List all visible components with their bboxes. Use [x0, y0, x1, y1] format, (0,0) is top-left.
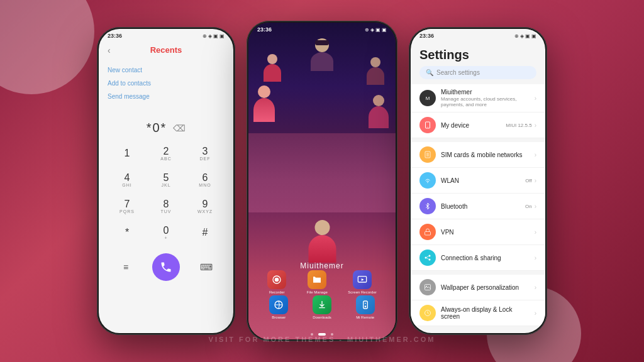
display-arrow: ›	[535, 310, 536, 317]
settings-item-mydevice[interactable]: My device MIUI 12.5.5 ›	[411, 112, 545, 138]
time-3: 23:36	[419, 33, 434, 39]
svg-point-6	[364, 305, 366, 307]
wlan-icon	[419, 172, 436, 189]
profile-arrow: ›	[535, 95, 536, 102]
dialer-keypad: 1 2ABC 3DEF 4GHI 5JKL 6MNO 7PQRS 8TUV 9W…	[99, 141, 233, 244]
bluetooth-icon	[419, 198, 436, 214]
status-bar-2: 23:36 ⊕◈▣▣	[248, 23, 396, 35]
bluetooth-label: Bluetooth	[441, 203, 520, 210]
status-icons-2: ⊕◈▣▣	[365, 27, 387, 33]
bluetooth-arrow: ›	[535, 203, 536, 210]
home-title: Miuithemer	[248, 261, 396, 270]
wallpaper-label: Wallpaper & personalization	[441, 284, 530, 291]
settings-item-sim[interactable]: SIM cards & mobile networks ›	[411, 142, 545, 168]
status-icons-3: ⊕◈▣▣	[514, 33, 536, 39]
phone-home: 23:36 ⊕◈▣▣ Miuithemer Recorder File Mana…	[247, 21, 397, 341]
avatar-icon: M	[419, 90, 436, 106]
keypad-row-1: 1 2ABC 3DEF	[108, 141, 225, 165]
menu-new-contact[interactable]: New contact	[108, 63, 225, 77]
connection-icon	[419, 250, 436, 266]
wlan-arrow: ›	[535, 177, 536, 184]
key-hash[interactable]: #	[190, 221, 220, 244]
call-button[interactable]	[152, 253, 180, 281]
backspace-button[interactable]: ⌫	[173, 123, 186, 133]
key-6[interactable]: 6MNO	[190, 168, 220, 192]
sim-label: SIM cards & mobile networks	[441, 151, 530, 158]
phone-settings: 23:36 ⊕◈▣▣ Settings 🔍 Search settings M …	[409, 27, 547, 335]
status-bar-1: 23:36 ⊕◈▣▣	[99, 29, 233, 41]
search-icon: 🔍	[426, 69, 433, 76]
apps-row-1: Recorder File Manage Screen Recorder	[257, 270, 387, 294]
device-icon	[419, 117, 436, 133]
wallpaper-arrow: ›	[535, 284, 536, 291]
display-label: Always-on display & Lock screen	[441, 306, 530, 320]
dialer-menu: New contact Add to contacts Send message	[99, 58, 233, 108]
settings-item-vpn[interactable]: VPN ›	[411, 219, 545, 245]
svg-point-9	[428, 127, 428, 128]
key-7[interactable]: 7PQRS	[112, 194, 142, 218]
settings-item-wallpaper[interactable]: Wallpaper & personalization ›	[411, 275, 545, 300]
svg-rect-5	[363, 301, 367, 309]
keyboard-action-button[interactable]: ⌨	[196, 257, 216, 277]
time-1: 23:36	[108, 33, 122, 39]
settings-item-connection-sharing[interactable]: Connection & sharing ›	[411, 245, 545, 271]
vpn-arrow: ›	[535, 229, 536, 236]
key-5[interactable]: 5JKL	[151, 168, 181, 192]
menu-add-contact[interactable]: Add to contacts	[108, 77, 225, 90]
settings-title: Settings	[411, 41, 545, 66]
profile-name: Miuithemer	[441, 89, 530, 96]
search-placeholder: Search settings	[436, 69, 480, 76]
app-screenrecorder[interactable]: Screen Recorder	[348, 270, 376, 294]
key-star[interactable]: *	[112, 221, 142, 244]
status-bar-3: 23:36 ⊕◈▣▣	[411, 29, 545, 41]
mydevice-arrow: ›	[535, 122, 536, 129]
vpn-label: VPN	[441, 229, 530, 236]
settings-list: M Miuithemer Manage accounts, cloud serv…	[411, 84, 545, 326]
key-0[interactable]: 0+	[151, 221, 181, 244]
apps-row-2: Browser Downloads Mi Remote	[257, 295, 387, 319]
settings-item-profile[interactable]: M Miuithemer Manage accounts, cloud serv…	[411, 84, 545, 112]
back-button[interactable]: ‹	[108, 45, 111, 55]
svg-rect-12	[425, 232, 431, 236]
dialer-actions: ≡ ⌨	[99, 247, 233, 281]
svg-point-15	[429, 259, 431, 261]
bluetooth-value: On	[525, 204, 532, 209]
app-miremote[interactable]: Mi Remote	[356, 295, 375, 319]
app-browser[interactable]: Browser	[269, 295, 288, 319]
app-recorder[interactable]: Recorder	[267, 270, 286, 294]
key-9[interactable]: 9WXYZ	[190, 194, 220, 218]
display-icon	[419, 305, 436, 321]
dialer-header: ‹ Recents	[99, 41, 233, 58]
settings-item-always-on[interactable]: Always-on display & Lock screen ›	[411, 300, 545, 326]
vpn-icon	[419, 224, 436, 240]
connection-label: Connection & sharing	[441, 255, 530, 261]
dialer-display: *0* ⌫	[99, 108, 233, 141]
svg-marker-3	[362, 278, 364, 281]
time-2: 23:36	[257, 26, 272, 33]
menu-action-button[interactable]: ≡	[116, 257, 136, 277]
svg-point-11	[427, 182, 428, 184]
key-4[interactable]: 4GHI	[112, 168, 142, 192]
menu-send-message[interactable]: Send message	[108, 90, 225, 103]
svg-point-13	[429, 255, 431, 257]
key-2[interactable]: 2ABC	[151, 141, 181, 165]
settings-search-bar[interactable]: 🔍 Search settings	[419, 66, 536, 79]
key-8[interactable]: 8TUV	[151, 194, 181, 218]
sim-arrow: ›	[535, 151, 536, 158]
settings-item-bluetooth[interactable]: Bluetooth On ›	[411, 194, 545, 219]
wallpaper-icon	[419, 279, 436, 295]
status-icons-1: ⊕◈▣▣	[203, 33, 225, 39]
keypad-row-3: 7PQRS 8TUV 9WXYZ	[108, 194, 225, 218]
key-1[interactable]: 1	[112, 141, 142, 165]
settings-item-wlan[interactable]: WLAN Off ›	[411, 168, 545, 194]
sim-icon	[419, 146, 436, 163]
miui-badge: MIUI 12.5.5	[506, 123, 531, 128]
watermark-text: VISIT FOR MORE THEMES - MIUITHEMER.COM	[209, 336, 436, 343]
dialer-number: *0*	[147, 121, 167, 135]
app-filemanager[interactable]: File Manage	[307, 270, 328, 294]
wlan-label: WLAN	[441, 177, 520, 184]
key-3[interactable]: 3DEF	[190, 141, 220, 165]
mydevice-label: My device	[441, 122, 501, 129]
app-downloads[interactable]: Downloads	[313, 295, 331, 319]
phone-dialer: 23:36 ⊕◈▣▣ ‹ Recents New contact Add to …	[97, 27, 235, 335]
